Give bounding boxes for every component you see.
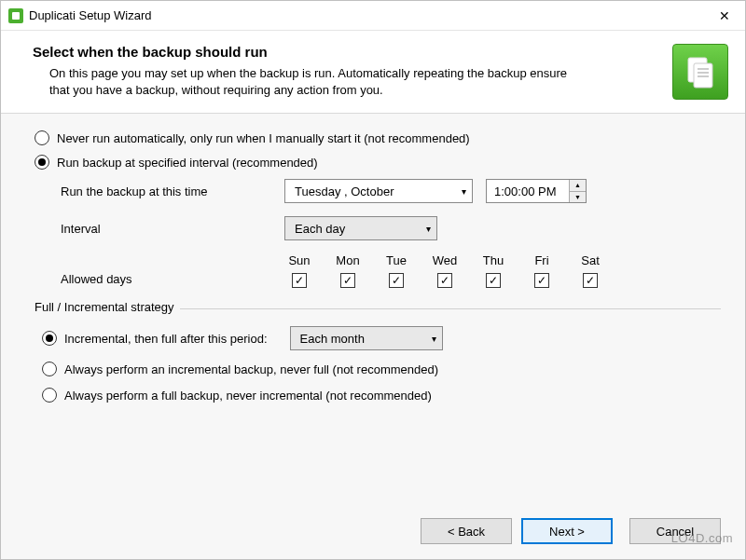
interval-combo[interactable]: Each day ▾ bbox=[284, 216, 437, 240]
day-checkbox-tue[interactable]: ✓ bbox=[389, 273, 404, 288]
day-tue: Tue ✓ bbox=[381, 253, 411, 288]
radio-icon bbox=[42, 331, 57, 346]
day-sun: Sun ✓ bbox=[284, 253, 314, 288]
window-title: Duplicati Setup Wizard bbox=[29, 8, 704, 22]
button-bar: < Back Next > Cancel bbox=[1, 505, 745, 559]
day-checkbox-thu[interactable]: ✓ bbox=[486, 273, 501, 288]
spinner-down-icon[interactable]: ▼ bbox=[570, 192, 586, 203]
day-checkbox-sat[interactable]: ✓ bbox=[583, 273, 598, 288]
full-period-combo[interactable]: Each month ▾ bbox=[290, 326, 443, 350]
day-checkbox-mon[interactable]: ✓ bbox=[340, 273, 355, 288]
day-label: Wed bbox=[433, 253, 458, 267]
day-checkbox-wed[interactable]: ✓ bbox=[437, 273, 452, 288]
combo-value: Each month bbox=[300, 332, 365, 346]
strategy-fieldset: Full / Incremental strategy Incremental,… bbox=[35, 308, 721, 417]
radio-label: Always perform a full backup, never incr… bbox=[64, 389, 432, 403]
close-button[interactable]: ✕ bbox=[704, 1, 745, 30]
day-checkbox-fri[interactable]: ✓ bbox=[534, 273, 549, 288]
time-value: 1:00:00 PM bbox=[487, 184, 569, 198]
combo-value: Each day bbox=[295, 222, 345, 236]
day-label: Fri bbox=[534, 253, 548, 267]
strategy-legend: Full / Incremental strategy bbox=[35, 300, 180, 314]
spinner-up-icon[interactable]: ▲ bbox=[570, 180, 586, 192]
chevron-down-icon: ▾ bbox=[456, 186, 466, 197]
radio-icon bbox=[42, 362, 57, 376]
back-button[interactable]: < Back bbox=[421, 518, 512, 544]
radio-label: Run backup at specified interval (recomm… bbox=[57, 156, 318, 170]
day-label: Sun bbox=[288, 253, 310, 267]
wizard-header: Select when the backup should run On thi… bbox=[1, 31, 745, 114]
svg-rect-0 bbox=[12, 12, 20, 20]
chevron-down-icon: ▾ bbox=[426, 224, 431, 234]
day-label: Thu bbox=[483, 253, 504, 267]
radio-label: Always perform an incremental backup, ne… bbox=[64, 362, 438, 376]
radio-icon bbox=[35, 130, 49, 145]
run-time-label: Run the backup at this time bbox=[61, 184, 284, 198]
wizard-content: Never run automatically, only run when I… bbox=[1, 114, 745, 505]
svg-rect-2 bbox=[694, 63, 712, 88]
day-fri: Fri ✓ bbox=[527, 253, 557, 288]
wizard-icon bbox=[672, 44, 728, 100]
day-label: Sat bbox=[581, 253, 600, 267]
time-spinner[interactable]: 1:00:00 PM ▲ ▼ bbox=[486, 179, 587, 203]
allowed-days-grid: Sun ✓ Mon ✓ Tue ✓ Wed ✓ bbox=[284, 253, 605, 288]
app-icon bbox=[8, 8, 23, 23]
radio-incremental-then-full[interactable]: Incremental, then full after this period… bbox=[42, 326, 721, 350]
day-thu: Thu ✓ bbox=[478, 253, 508, 288]
wizard-window: Duplicati Setup Wizard ✕ Select when the… bbox=[0, 0, 746, 560]
radio-label: Never run automatically, only run when I… bbox=[57, 131, 470, 145]
day-label: Mon bbox=[336, 253, 359, 267]
titlebar: Duplicati Setup Wizard ✕ bbox=[1, 1, 745, 31]
allowed-days-label: Allowed days bbox=[61, 253, 284, 286]
day-mon: Mon ✓ bbox=[333, 253, 363, 288]
radio-icon bbox=[35, 155, 49, 170]
interval-label: Interval bbox=[61, 222, 284, 236]
page-subheading: On this page you may set up when the bac… bbox=[33, 65, 573, 99]
radio-always-full[interactable]: Always perform a full backup, never incr… bbox=[42, 388, 721, 403]
day-label: Tue bbox=[386, 253, 407, 267]
next-button[interactable]: Next > bbox=[521, 518, 613, 544]
radio-interval-run[interactable]: Run backup at specified interval (recomm… bbox=[35, 155, 721, 170]
chevron-down-icon: ▾ bbox=[432, 334, 436, 344]
cancel-button[interactable]: Cancel bbox=[629, 518, 721, 544]
radio-always-incremental[interactable]: Always perform an incremental backup, ne… bbox=[42, 362, 721, 376]
day-wed: Wed ✓ bbox=[430, 253, 460, 288]
day-checkbox-sun[interactable]: ✓ bbox=[292, 273, 307, 288]
date-picker[interactable]: Tuesday , October ▾ bbox=[284, 179, 473, 203]
date-value: Tuesday , October bbox=[295, 184, 394, 198]
radio-icon bbox=[42, 388, 57, 403]
radio-never-run[interactable]: Never run automatically, only run when I… bbox=[35, 130, 721, 145]
spinner-buttons[interactable]: ▲ ▼ bbox=[569, 180, 586, 202]
radio-label: Incremental, then full after this period… bbox=[64, 332, 268, 346]
day-sat: Sat ✓ bbox=[575, 253, 605, 288]
page-heading: Select when the backup should run bbox=[33, 44, 661, 60]
